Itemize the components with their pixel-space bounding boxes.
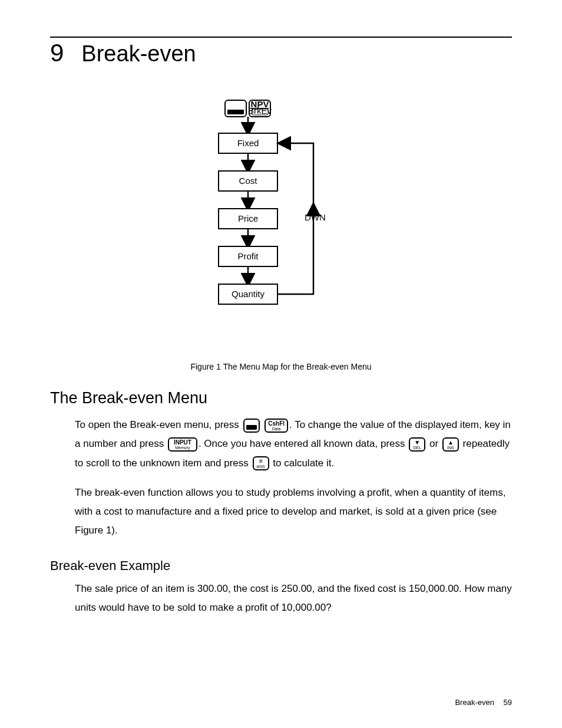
page-number: 59 (504, 698, 512, 707)
equals-key-icon: = ANS (253, 456, 269, 470)
up-key-top: ▲ (448, 440, 454, 446)
top-rule (50, 37, 512, 38)
cshfl-key-icon: CshFl Data (265, 419, 288, 433)
cshfl-key-bottom: Data (272, 427, 281, 431)
down-key-icon: ▼ DEL (409, 437, 425, 452)
up-key-bottom: INS (447, 446, 454, 450)
cshfl-key-top: CshFl (268, 421, 285, 427)
p1-a: To open the Break-even menu, press (75, 419, 242, 430)
figure-1: NPV BrkEv Fixed Cost Price Profit Q (50, 97, 512, 350)
node-fixed-label: Fixed (237, 138, 259, 148)
dwn-label: DWN (305, 212, 326, 222)
shift-key-icon (243, 419, 260, 433)
brkev-key-label: BrkEv (248, 106, 272, 116)
menu-map-diagram: NPV BrkEv Fixed Cost Price Profit Q (204, 97, 358, 350)
section-heading-example: Break-even Example (50, 558, 512, 574)
chapter-title: Break-even (81, 41, 196, 67)
footer-label: Break-even (455, 698, 494, 707)
page: 9 Break-even NPV BrkEv Fixed (0, 0, 562, 728)
equals-key-bottom: ANS (256, 465, 265, 469)
p1-d: or (429, 438, 441, 449)
down-key-top: ▼ (414, 440, 420, 446)
chapter-number: 9 (50, 39, 64, 67)
node-quantity-label: Quantity (232, 289, 265, 299)
node-price-label: Price (238, 213, 258, 223)
section-heading-menu: The Break-even Menu (50, 389, 512, 407)
body-text: To open the Break-even menu, press CshFl… (75, 416, 512, 541)
page-footer: Break-even 59 (455, 698, 512, 707)
paragraph-3: The sale price of an item is 300.00, the… (75, 579, 512, 618)
node-profit-label: Profit (237, 251, 259, 261)
input-key-top: INPUT (174, 440, 191, 446)
example-body: The sale price of an item is 300.00, the… (75, 579, 512, 618)
figure-caption: Figure 1 The Menu Map for the Break-even… (50, 362, 512, 371)
chapter-heading: 9 Break-even (50, 39, 512, 67)
input-key-bottom: Memory (175, 446, 190, 450)
up-key-icon: ▲ INS (442, 437, 459, 452)
equals-key-top: = (259, 459, 263, 465)
svg-rect-1 (227, 110, 244, 114)
p1-f: to calculate it. (273, 457, 334, 469)
paragraph-2: The break-even function allows you to st… (75, 483, 512, 541)
entry-keys: NPV BrkEv (225, 99, 272, 117)
down-key-bottom: DEL (413, 446, 421, 450)
input-key-icon: INPUT Memory (168, 437, 197, 452)
node-cost-label: Cost (239, 176, 258, 186)
p1-c: . Once you have entered all known data, … (199, 438, 408, 449)
paragraph-1: To open the Break-even menu, press CshFl… (75, 416, 512, 473)
